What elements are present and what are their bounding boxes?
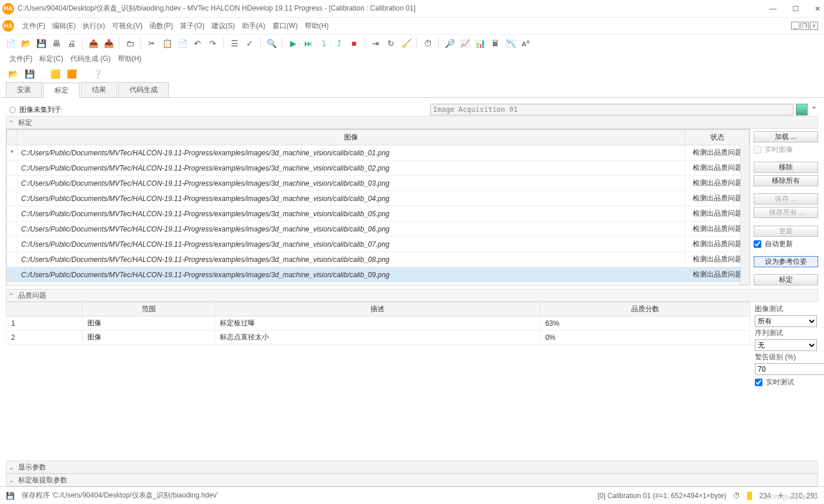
export-icon[interactable]: 📤 bbox=[86, 36, 100, 50]
sub-toolbar: 📂 💾 🟨 🟧 ❔ bbox=[0, 66, 824, 82]
menu-5[interactable]: 算子(O) bbox=[176, 21, 207, 31]
help-icon[interactable]: ❔ bbox=[90, 67, 104, 81]
menu-0[interactable]: 文件(F) bbox=[19, 21, 49, 31]
sub-menubar: 文件(F)标定(C)代码生成 (G)帮助(H) bbox=[0, 52, 824, 66]
submenu-3[interactable]: 帮助(H) bbox=[114, 53, 145, 64]
run-icon[interactable]: ▶ bbox=[286, 36, 300, 50]
tab-3[interactable]: 代码生成 bbox=[118, 82, 169, 97]
list-icon[interactable]: ☰ bbox=[227, 36, 241, 50]
app-icon: HA bbox=[2, 3, 14, 15]
stepout-icon[interactable]: ⤴ bbox=[332, 36, 346, 50]
folder-icon[interactable]: 🗀 bbox=[123, 36, 137, 50]
maximize-icon[interactable]: ☐ bbox=[791, 5, 799, 13]
menu-8[interactable]: 窗口(W) bbox=[269, 21, 301, 31]
submenu-2[interactable]: 代码生成 (G) bbox=[67, 53, 114, 64]
runto-icon[interactable]: ⇥ bbox=[369, 36, 383, 50]
save-calib-icon[interactable]: 💾 bbox=[22, 67, 36, 81]
titlebar: HA C:/Users/90404/Desktop/仪表盘_识别/biaodin… bbox=[0, 0, 824, 18]
match-icon[interactable]: ᴀᴬ bbox=[519, 36, 533, 50]
calc-icon[interactable]: 🖩 bbox=[488, 36, 502, 50]
tab-2[interactable]: 结果 bbox=[81, 82, 117, 97]
stepin-icon[interactable]: ⤵ bbox=[316, 36, 331, 50]
submenu-0[interactable]: 文件(F) bbox=[6, 53, 36, 64]
tab-1[interactable]: 标定 bbox=[43, 83, 80, 98]
cfg1-icon[interactable]: 🟨 bbox=[48, 67, 62, 81]
zoom-icon[interactable]: 🔎 bbox=[442, 36, 457, 50]
main-toolbar: 📄 📂 💾 🖶 🖨 📤 📥 🗀 ✂ 📋 📄 ↶ ↷ ☰ ✓ 🔍 ▶ ⏭ ⤵ ⤴ … bbox=[0, 34, 824, 52]
main-menubar: HA 文件(F)编辑(E)执行(x)可视化(V)函数(P)算子(O)建议(S)助… bbox=[0, 18, 824, 34]
cut-icon[interactable]: ✂ bbox=[145, 36, 159, 50]
chart1-icon[interactable]: 📈 bbox=[458, 36, 472, 50]
mdi-close-icon[interactable]: × bbox=[810, 22, 818, 30]
step-icon[interactable]: ⏭ bbox=[301, 36, 315, 50]
paste-icon[interactable]: 📄 bbox=[175, 36, 189, 50]
tabbar: 安装标定结果代码生成 bbox=[0, 82, 824, 98]
stop-icon[interactable]: ■ bbox=[347, 36, 361, 50]
copy-icon[interactable]: 📋 bbox=[160, 36, 174, 50]
new-icon[interactable]: 📄 bbox=[4, 36, 18, 50]
check-icon[interactable]: ✓ bbox=[243, 36, 257, 50]
menu-4[interactable]: 函数(P) bbox=[146, 21, 176, 31]
menu-2[interactable]: 执行(x) bbox=[79, 21, 108, 31]
close-icon[interactable]: ✕ bbox=[813, 5, 822, 13]
menu-7[interactable]: 助手(A) bbox=[239, 21, 269, 31]
submenu-1[interactable]: 标定(C) bbox=[36, 53, 67, 64]
menu-9[interactable]: 帮助(H) bbox=[301, 21, 332, 31]
mdi-restore-icon[interactable]: ❐ bbox=[801, 22, 809, 30]
tab-0[interactable]: 安装 bbox=[6, 82, 42, 97]
import-icon[interactable]: 📥 bbox=[101, 36, 115, 50]
open-icon[interactable]: 📂 bbox=[19, 36, 33, 50]
saveall-icon[interactable]: 🖶 bbox=[49, 36, 63, 50]
menu-6[interactable]: 建议(S) bbox=[208, 21, 239, 31]
menu-1[interactable]: 编辑(E) bbox=[49, 21, 79, 31]
menu-3[interactable]: 可视化(V) bbox=[108, 21, 146, 31]
hist-icon[interactable]: 📉 bbox=[503, 36, 517, 50]
cfg2-icon[interactable]: 🟧 bbox=[64, 67, 79, 81]
undo-icon[interactable]: ↶ bbox=[190, 36, 205, 50]
open-calib-icon[interactable]: 📂 bbox=[6, 67, 20, 81]
timer-icon[interactable]: ⏱ bbox=[421, 36, 435, 50]
save-icon[interactable]: 💾 bbox=[34, 36, 48, 50]
mdi-minimize-icon[interactable]: _ bbox=[791, 22, 799, 30]
print-icon[interactable]: 🖨 bbox=[64, 36, 79, 50]
app-icon-small: HA bbox=[2, 20, 14, 32]
clean-icon[interactable]: 🧹 bbox=[399, 36, 413, 50]
minimize-icon[interactable]: — bbox=[769, 5, 777, 13]
redo-icon[interactable]: ↷ bbox=[206, 36, 220, 50]
window-title: C:/Users/90404/Desktop/仪表盘_识别/biaoding.h… bbox=[18, 4, 769, 13]
chart2-icon[interactable]: 📊 bbox=[473, 36, 487, 50]
find-icon[interactable]: 🔍 bbox=[264, 36, 278, 50]
reset-icon[interactable]: ↻ bbox=[384, 36, 398, 50]
